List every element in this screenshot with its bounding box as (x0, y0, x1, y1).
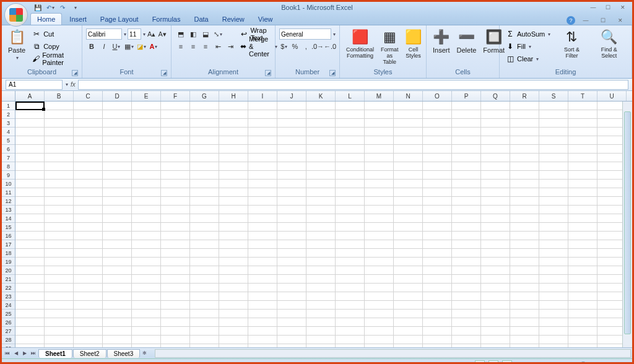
cell[interactable] (103, 344, 132, 347)
cell[interactable] (15, 188, 45, 197)
cell[interactable] (510, 162, 539, 171)
horizontal-scrollbar[interactable] (155, 349, 631, 358)
bold-button[interactable]: B (86, 41, 97, 52)
cell[interactable] (132, 284, 161, 292)
cell[interactable] (568, 206, 597, 214)
cell[interactable] (423, 119, 452, 128)
cell[interactable] (248, 310, 277, 318)
undo-icon[interactable]: ↶▾ (45, 2, 55, 12)
cell[interactable] (103, 318, 132, 327)
cell[interactable] (336, 214, 365, 223)
cell[interactable] (568, 136, 597, 145)
cell[interactable] (452, 162, 481, 171)
cell[interactable] (74, 136, 103, 145)
cell[interactable] (423, 206, 452, 214)
cell[interactable] (15, 318, 45, 327)
cell[interactable] (336, 119, 365, 128)
font-size-select[interactable]: 11 (128, 28, 141, 40)
cell[interactable] (45, 301, 74, 310)
cell[interactable] (481, 171, 510, 180)
redo-icon[interactable]: ↷ (58, 2, 67, 12)
cell[interactable] (74, 119, 103, 128)
cell[interactable] (510, 110, 539, 119)
cell[interactable] (15, 162, 45, 171)
cell[interactable] (103, 171, 132, 180)
cell[interactable] (74, 240, 103, 249)
cell[interactable] (132, 154, 161, 162)
cell[interactable] (394, 310, 423, 318)
cell[interactable] (190, 206, 219, 214)
cell[interactable] (394, 102, 423, 110)
column-header[interactable]: I (248, 91, 277, 101)
cell[interactable] (336, 327, 365, 336)
cell[interactable] (45, 119, 74, 128)
cell[interactable] (306, 154, 336, 162)
cell[interactable] (568, 292, 597, 301)
cell[interactable] (74, 301, 103, 310)
cell[interactable] (103, 240, 132, 249)
cell[interactable] (539, 197, 568, 206)
cell[interactable] (190, 197, 219, 206)
cell[interactable] (336, 180, 365, 188)
cell[interactable] (103, 154, 132, 162)
cell[interactable] (365, 119, 394, 128)
row-header[interactable]: 25 (2, 310, 15, 318)
cell[interactable] (15, 344, 45, 347)
cell[interactable] (45, 197, 74, 206)
cell[interactable] (510, 171, 539, 180)
number-format-select[interactable]: General (279, 28, 331, 40)
cell[interactable] (45, 110, 74, 119)
cell[interactable] (306, 136, 336, 145)
cell[interactable] (190, 284, 219, 292)
cell[interactable] (15, 197, 45, 206)
cell[interactable] (306, 275, 336, 284)
select-all-corner[interactable] (2, 91, 15, 101)
cell[interactable] (161, 344, 190, 347)
paste-button[interactable]: 📋 Paste▾ (6, 28, 28, 62)
cell[interactable] (132, 301, 161, 310)
tab-view[interactable]: View (252, 14, 279, 25)
cell[interactable] (336, 197, 365, 206)
cell[interactable] (219, 206, 248, 214)
cell[interactable] (423, 223, 452, 232)
cell[interactable] (394, 336, 423, 344)
cell[interactable] (568, 327, 597, 336)
cell[interactable] (161, 162, 190, 171)
cell[interactable] (161, 258, 190, 266)
cell[interactable] (539, 258, 568, 266)
cell[interactable] (568, 240, 597, 249)
cell[interactable] (15, 249, 45, 258)
namebox-dropdown-icon[interactable]: ▾ (66, 82, 68, 87)
row-header[interactable]: 18 (2, 249, 15, 258)
cell[interactable] (103, 258, 132, 266)
cell[interactable] (45, 128, 74, 136)
cell[interactable] (45, 188, 74, 197)
cell[interactable] (336, 110, 365, 119)
tab-review[interactable]: Review (216, 14, 251, 25)
autosum-button[interactable]: ΣAutoSum▾ (503, 28, 553, 40)
cell[interactable] (74, 206, 103, 214)
cell[interactable] (336, 223, 365, 232)
cell[interactable] (394, 180, 423, 188)
cell[interactable] (306, 232, 336, 240)
cell[interactable] (539, 240, 568, 249)
cell[interactable] (74, 162, 103, 171)
cell[interactable] (423, 249, 452, 258)
cell[interactable] (539, 136, 568, 145)
cell[interactable] (336, 284, 365, 292)
cell[interactable] (452, 327, 481, 336)
cell[interactable] (248, 102, 277, 110)
cell[interactable] (219, 197, 248, 206)
cell[interactable] (161, 327, 190, 336)
cell[interactable] (481, 145, 510, 154)
cell[interactable] (452, 188, 481, 197)
cell[interactable] (568, 232, 597, 240)
cell[interactable] (306, 266, 336, 275)
row-header[interactable]: 10 (2, 180, 15, 188)
cell[interactable] (423, 197, 452, 206)
cell[interactable] (277, 258, 306, 266)
tab-formulas[interactable]: Formulas (146, 14, 187, 25)
cell[interactable] (15, 214, 45, 223)
cell[interactable] (365, 128, 394, 136)
cell[interactable] (277, 310, 306, 318)
